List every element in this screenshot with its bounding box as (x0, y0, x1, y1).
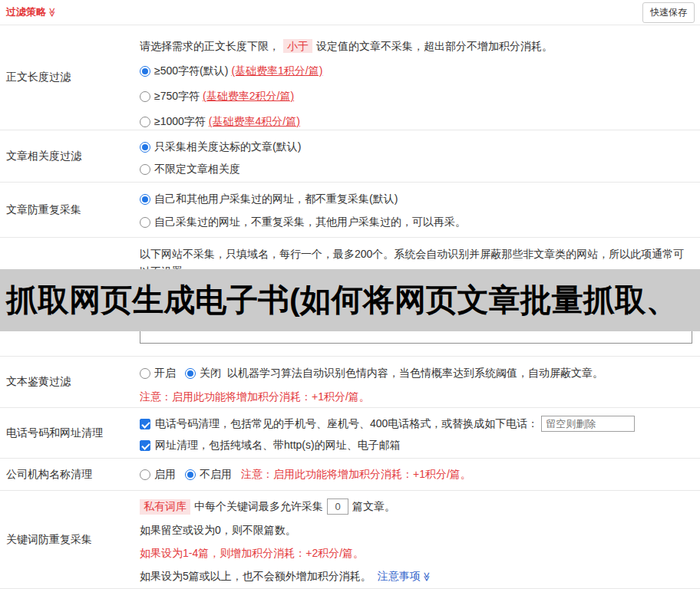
length-filter-label: 正文长度过滤 (0, 25, 134, 130)
radio-icon[interactable] (140, 469, 150, 480)
company-clean-warning: 注意：启用此功能将增加积分消耗：+1积分/篇。 (241, 468, 471, 482)
option-label: 不启用 (200, 468, 232, 482)
radio-option-relevance-any[interactable]: 不限定文章相关度 (140, 162, 692, 177)
highlight-less-than: 小于 (283, 39, 312, 53)
row-porn-filter: 文本鉴黄过滤 开启 关闭 以机器学习算法自动识别色情内容，当色情概率达到系统阈值… (0, 357, 700, 408)
page-title-filter-strategy[interactable]: 过滤策略≫ (6, 5, 58, 19)
option-label: 只采集相关度达标的文章(默认) (154, 140, 301, 154)
row-relevance-filter: 文章相关度过滤 只采集相关度达标的文章(默认) 不限定文章相关度 (0, 130, 700, 183)
chevron-down-icon: ≫ (421, 572, 432, 582)
keyword-dedup-label: 关键词防重复采集 (0, 491, 134, 588)
radio-option-dedup-self-only[interactable]: 自己采集过的网址，不重复采集，其他用户采集过的，可以再采。 (140, 215, 692, 230)
radio-icon[interactable] (140, 194, 150, 205)
porn-filter-label: 文本鉴黄过滤 (0, 357, 134, 407)
radio-option-dedup-all-users[interactable]: 自己和其他用户采集过的网址，都不重复采集(默认) (140, 192, 692, 207)
option-label: ≥500字符(默认) (154, 64, 228, 78)
relevance-filter-label: 文章相关度过滤 (0, 130, 134, 182)
option-label: 自己采集过的网址，不重复采集，其他用户采集过的，可以再采。 (154, 216, 466, 229)
max-articles-count-input[interactable] (327, 499, 348, 515)
phone-url-clean-label: 电话号码和网址清理 (0, 408, 134, 458)
radio-icon[interactable] (140, 91, 150, 102)
radio-icon[interactable] (185, 368, 196, 379)
option-label: 关闭 (200, 367, 221, 380)
row-length-filter: 正文长度过滤 请选择需求的正文长度下限，小于设定值的文章不采集，超出部分不增加积… (0, 25, 700, 130)
option-label: 网址清理，包括纯域名、带http(s)的网址、电子邮箱 (155, 439, 401, 452)
porn-filter-description: 以机器学习算法自动识别色情内容，当色情概率达到系统阈值，自动屏蔽文章。 (227, 367, 603, 380)
highlight-private-lexicon: 私有词库 (140, 499, 190, 515)
radio-icon[interactable] (185, 469, 196, 480)
company-clean-label: 公司机构名称清理 (0, 459, 134, 490)
radio-icon[interactable] (140, 368, 150, 379)
chevron-down-icon: ≫ (47, 8, 58, 18)
row-phone-url-clean: 电话号码和网址清理 电话号码清理，包括常见的手机号、座机号、400电话格式，或替… (0, 408, 700, 459)
length-filter-intro: 请选择需求的正文长度下限，小于设定值的文章不采集，超出部分不增加积分消耗。 (140, 38, 692, 54)
radio-icon[interactable] (140, 66, 150, 77)
notes-link-text: 注意事项 (378, 570, 421, 582)
radio-option-1000-chars[interactable]: ≥1000字符 (基础费率4积分/篇) (140, 114, 692, 130)
radio-icon[interactable] (140, 164, 150, 175)
watermark-overlay: 抓取网页生成电子书(如何将网页文章批量抓取、 (0, 269, 700, 331)
dedup-filter-label: 文章防重复采集 (0, 183, 134, 237)
watermark-text: 抓取网页生成电子书(如何将网页文章批量抓取、 (6, 279, 678, 321)
option-label: ≥1000字符 (154, 115, 206, 129)
keyword-dedup-line1-post: 篇文章。 (352, 500, 395, 514)
checkbox-url-clean[interactable]: 网址清理，包括纯域名、带http(s)的网址、电子邮箱 (140, 438, 401, 453)
radio-option-porn-on[interactable]: 开启 (140, 366, 176, 381)
page-title-text: 过滤策略 (6, 6, 46, 18)
option-label: 开启 (154, 367, 176, 380)
option-rate-note: (基础费率1积分/篇) (231, 64, 322, 78)
option-rate-note: (基础费率4积分/篇) (209, 115, 300, 129)
radio-option-company-disable[interactable]: 不启用 (185, 467, 232, 482)
porn-filter-warning: 注意：启用此功能将增加积分消耗：+1积分/篇。 (140, 390, 692, 404)
checkbox-phone-clean[interactable]: 电话号码清理，包括常见的手机号、座机号、400电话格式，或替换成如下电话： (140, 416, 538, 432)
checkbox-icon[interactable] (140, 419, 150, 429)
option-label: 电话号码清理，包括常见的手机号、座机号、400电话格式，或替换成如下电话： (155, 417, 538, 431)
row-company-clean: 公司机构名称清理 启用 不启用 注意：启用此功能将增加积分消耗：+1积分/篇。 (0, 459, 700, 491)
keyword-dedup-line1-mid: 中每个关键词最多允许采集 (194, 500, 323, 514)
intro-text-post: 设定值的文章不采集，超出部分不增加积分消耗。 (316, 40, 553, 52)
replacement-phone-input[interactable] (541, 416, 635, 432)
radio-icon[interactable] (140, 142, 150, 153)
radio-option-porn-off[interactable]: 关闭 (185, 366, 221, 381)
row-keyword-dedup: 关键词防重复采集 私有词库 中每个关键词最多允许采集 篇文章。 如果留空或设为0… (0, 491, 700, 589)
option-label: ≥750字符 (154, 90, 200, 104)
radio-option-500-chars[interactable]: ≥500字符(默认) (基础费率1积分/篇) (140, 64, 692, 79)
checkbox-icon[interactable] (140, 440, 150, 451)
notes-link[interactable]: 注意事项≫ (378, 570, 432, 584)
option-label: 不限定文章相关度 (154, 163, 240, 176)
keyword-dedup-line2: 如果留空或设为0，则不限篇数。 (140, 524, 692, 538)
option-rate-note: (基础费率2积分/篇) (203, 90, 294, 104)
row-dedup-filter: 文章防重复采集 自己和其他用户采集过的网址，都不重复采集(默认) 自己采集过的网… (0, 183, 700, 238)
option-label: 启用 (154, 468, 176, 482)
keyword-dedup-warning: 如果设为1-4篇，则增加积分消耗：+2积分/篇。 (140, 547, 692, 561)
radio-icon[interactable] (140, 117, 150, 127)
toolbar: 过滤策略≫ 快速保存 (0, 0, 700, 25)
keyword-dedup-line4: 如果设为5篇或以上，也不会额外增加积分消耗。 (140, 570, 371, 584)
quick-save-button[interactable]: 快速保存 (642, 2, 695, 23)
option-label: 自己和其他用户采集过的网址，都不重复采集(默认) (154, 192, 398, 206)
radio-option-relevance-only[interactable]: 只采集相关度达标的文章(默认) (140, 140, 692, 155)
radio-option-company-enable[interactable]: 启用 (140, 467, 176, 482)
radio-option-750-chars[interactable]: ≥750字符 (基础费率2积分/篇) (140, 89, 692, 104)
intro-text-pre: 请选择需求的正文长度下限， (140, 40, 279, 52)
radio-icon[interactable] (140, 217, 150, 228)
